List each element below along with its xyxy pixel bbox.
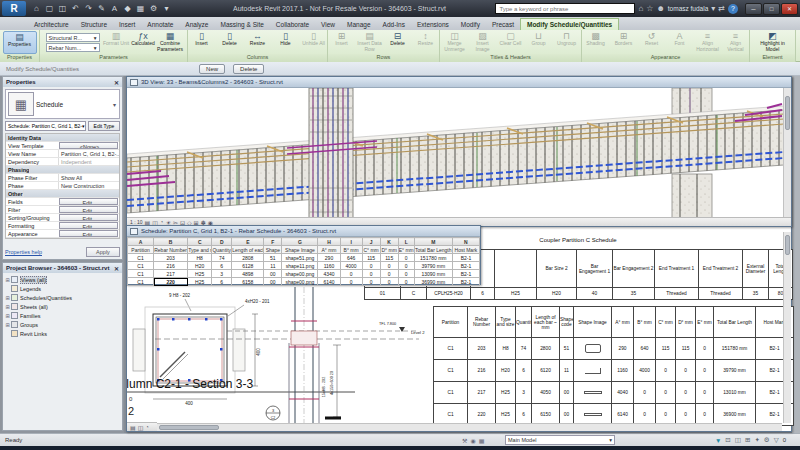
table-cell[interactable]: 216	[468, 360, 496, 382]
table-cell[interactable]: 39790 mm	[714, 360, 756, 382]
table-cell[interactable]: 0	[398, 270, 414, 278]
ribbon-button[interactable]: ƒxCalculated	[130, 31, 157, 54]
instance-selector[interactable]: Schedule: Partition C, Grid 1, B2-▾	[5, 121, 86, 131]
table-cell[interactable]: 35	[743, 288, 769, 300]
ribbon-button[interactable]: ↺Reset	[638, 31, 665, 54]
table-cell[interactable]: 00	[264, 278, 282, 286]
table-cell[interactable]: 217	[154, 270, 188, 278]
table-cell[interactable]: 6128	[232, 262, 264, 270]
table-cell[interactable]: 39790 mm	[414, 262, 452, 270]
vertical-scrollbar[interactable]	[783, 232, 791, 423]
table-cell[interactable]: 00	[560, 382, 574, 404]
ribbon-tab[interactable]: View	[315, 19, 341, 30]
new-button[interactable]: New	[199, 64, 225, 74]
properties-help-link[interactable]: Properties help	[5, 249, 42, 255]
table-cell[interactable]: 4050	[532, 382, 560, 404]
table-cell[interactable]: 0	[340, 278, 362, 286]
parameter-combo[interactable]: Structural R...▾	[46, 33, 100, 42]
column-letter[interactable]: K	[380, 238, 398, 246]
ribbon-tab[interactable]: Structure	[75, 19, 113, 30]
column-letter[interactable]: B	[154, 238, 188, 246]
vertical-scrollbar[interactable]	[783, 88, 791, 217]
ribbon-button[interactable]: ≡Align Horizontal	[694, 31, 721, 54]
table-cell[interactable]: H20	[188, 262, 212, 270]
tree-node[interactable]: ⊞Sheets (all)	[4, 302, 121, 311]
table-cell[interactable]: 640	[634, 338, 656, 360]
table-cell[interactable]: C1	[434, 360, 468, 382]
ribbon-tab[interactable]: Precast	[486, 19, 520, 30]
edit-type-button[interactable]: Edit Type	[88, 121, 120, 131]
property-row[interactable]: View NamePartition C, Grid 1, B2-...	[6, 150, 119, 158]
ribbon-button[interactable]: ▦Combine Parameters	[157, 31, 184, 54]
caption-cell[interactable]: B° mm	[340, 246, 362, 254]
property-row[interactable]: Identity Data	[6, 134, 119, 142]
table-cell[interactable]: 203	[154, 254, 188, 262]
table-cell[interactable]: C1	[128, 270, 154, 278]
ribbon-tab[interactable]: Add-Ins	[377, 19, 411, 30]
table-cell[interactable]: 0	[362, 270, 380, 278]
expand-icon[interactable]: ⊞	[4, 277, 11, 283]
table-cell[interactable]: C	[401, 288, 427, 300]
expand-icon[interactable]: ⊞	[4, 313, 11, 319]
qat-icon[interactable]: ◆	[121, 4, 134, 13]
table-cell[interactable]: 0	[676, 360, 696, 382]
table-cell[interactable]: H25	[495, 288, 537, 300]
type-selector[interactable]: ▦ Schedule ▾	[5, 89, 120, 119]
table-cell[interactable]: 00	[264, 270, 282, 278]
ribbon-button[interactable]: ≡Align Vertical	[722, 31, 749, 54]
ribbon-button[interactable]: ↕Resize	[412, 31, 439, 54]
rebar-schedule-table[interactable]: PartitionRebar NumberType and sizeQuanti…	[433, 306, 794, 426]
qat-icon[interactable]: ▢	[43, 4, 56, 13]
table-cell[interactable]: 0	[380, 278, 398, 286]
property-row[interactable]: Phasing	[6, 166, 119, 174]
table-cell[interactable]: 51	[264, 254, 282, 262]
table-cell[interactable]: B2-1	[452, 262, 479, 270]
property-row[interactable]: AppearanceEdit...	[6, 230, 119, 238]
ribbon-tab[interactable]: Analyze	[179, 19, 214, 30]
status-toggle-icon[interactable]: ◫	[735, 436, 741, 444]
table-cell[interactable]: 4000	[340, 262, 362, 270]
ribbon-button[interactable]: ▯Insert	[188, 31, 215, 54]
selection-filter-icon[interactable]: ▽	[774, 436, 779, 444]
ribbon-button[interactable]: ▯Delete	[216, 31, 243, 54]
table-cell[interactable]: 6140	[318, 278, 340, 286]
schedule-window-title-bar[interactable]: Schedule: Partition C, Grid 1, B2-1 - Re…	[127, 226, 480, 237]
table-cell[interactable]: shape11.png	[282, 262, 318, 270]
caption-cell[interactable]: C° mm	[362, 246, 380, 254]
table-cell[interactable]	[574, 338, 612, 360]
table-cell[interactable]: 0	[656, 382, 676, 404]
column-letter[interactable]: G	[282, 238, 318, 246]
table-cell[interactable]: 290	[318, 254, 340, 262]
column-letter[interactable]: M	[414, 238, 452, 246]
table-cell[interactable]	[574, 382, 612, 404]
parameter-combo[interactable]: Rebar Num...▾	[46, 43, 100, 52]
qat-icon[interactable]: ▦	[134, 4, 147, 13]
status-icon[interactable]: ⚒	[462, 437, 467, 444]
table-cell[interactable]: C1	[128, 254, 154, 262]
table-cell[interactable]: 646	[340, 254, 362, 262]
delete-button[interactable]: Delete	[233, 64, 264, 74]
table-cell[interactable]: 220	[154, 278, 188, 286]
section-drawing[interactable]: 9 H8 - 202 4xH20 - 201	[127, 287, 481, 425]
view-control-icon[interactable]: ▤	[130, 424, 136, 431]
table-cell[interactable]: H25	[188, 270, 212, 278]
column-letter[interactable]: H	[318, 238, 340, 246]
tree-node[interactable]: ⊞Views (all)	[4, 275, 121, 284]
ribbon-button[interactable]: ⊔Group	[525, 31, 552, 54]
table-cell[interactable]: 11	[560, 360, 574, 382]
table-cell[interactable]: 6	[212, 278, 232, 286]
table-cell[interactable]: B2-1	[452, 254, 479, 262]
qat-icon[interactable]: ↶	[69, 4, 82, 13]
schedule-grid[interactable]: ABCDEFGHIJKLMN PartitionRebar NumberType…	[127, 237, 480, 286]
column-letter[interactable]: N	[452, 238, 479, 246]
caption-cell[interactable]: E° mm	[398, 246, 414, 254]
filter-funnel-icon[interactable]: ▼	[715, 437, 721, 444]
table-cell[interactable]: 13010 mm	[714, 382, 756, 404]
table-cell[interactable]: 0	[380, 262, 398, 270]
ribbon-button[interactable]: ⊞Insert	[328, 31, 355, 54]
table-cell[interactable]: Threaded	[699, 288, 743, 300]
table-cell[interactable]: H25	[188, 278, 212, 286]
3d-window-title-bar[interactable]: 3D View: 33 - Beams&Columns2 - 364603 - …	[127, 77, 791, 88]
column-letter[interactable]: J	[362, 238, 380, 246]
table-cell[interactable]: 0	[696, 360, 714, 382]
